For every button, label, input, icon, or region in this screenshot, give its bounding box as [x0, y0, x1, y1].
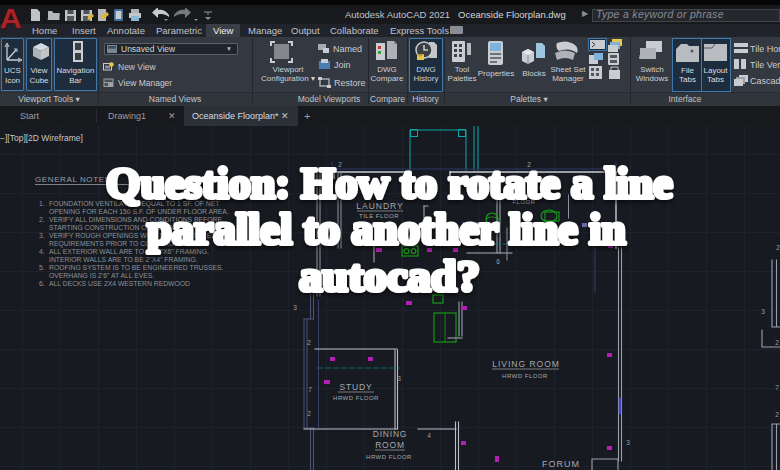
svg-text:Question: How to rotate a line: Question: How to rotate a line: [106, 159, 673, 208]
svg-text:parallel to another line in: parallel to another line in: [147, 205, 626, 254]
svg-text:autocad?: autocad?: [299, 252, 480, 301]
